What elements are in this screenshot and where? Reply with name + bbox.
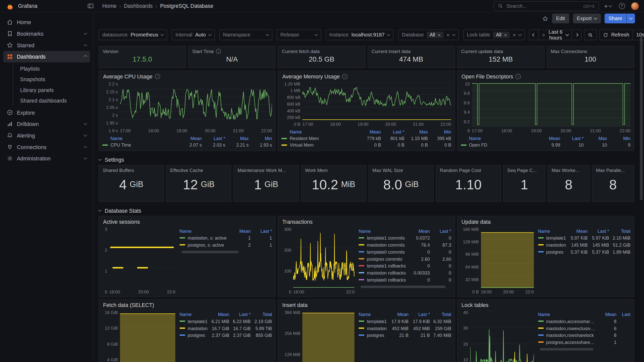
legend-row[interactable]: postgres, s: active 2 1 (179, 241, 272, 248)
chevron-down-icon[interactable] (84, 133, 87, 137)
legend-row[interactable]: mastodon, s: active 1 1 (179, 234, 272, 241)
sidebar-item-administration[interactable]: Administration (3, 153, 90, 164)
panel-header[interactable]: Active sessions (102, 216, 272, 227)
legend-col-max[interactable]: Max (225, 136, 249, 141)
variable-filter[interactable]: Interval Auto (172, 30, 215, 40)
legend-col-last[interactable]: Last * (430, 229, 451, 234)
sidebar-item-bookmarks[interactable]: Bookmarks (3, 28, 90, 39)
update-data-chart[interactable] (481, 227, 534, 288)
sidebar-subitem[interactable]: Library panels (13, 84, 90, 95)
cpu-usage-chart[interactable] (120, 82, 272, 127)
section-database-stats[interactable]: Database Stats (99, 207, 634, 214)
open-fd-chart[interactable] (472, 82, 630, 127)
scrollbar-thumb[interactable] (540, 348, 593, 350)
legend-col-last[interactable]: Last * (251, 229, 272, 234)
legend-row[interactable]: CPU Time 2.07 s 2.03 s 2.21 s 1.93 s (102, 142, 272, 148)
legend-col-max[interactable]: Max (405, 129, 428, 134)
legend-col-name[interactable]: Name (359, 312, 387, 317)
legend-row[interactable]: postgres 2.37 GiB 2.37 GiB 855 GiB (179, 332, 272, 339)
panel-header[interactable]: Insert data (281, 300, 451, 310)
section-settings[interactable]: Settings (99, 156, 634, 163)
legend-col-name[interactable]: Name (538, 229, 566, 234)
fetch-data-chart[interactable] (120, 310, 175, 362)
legend-row[interactable]: template0 rollbacks 0 0 (359, 276, 451, 283)
panel-header[interactable]: Average CPU Usage i (102, 71, 272, 81)
chevron-down-icon[interactable] (84, 43, 87, 46)
lock-tables-chart[interactable] (470, 310, 534, 362)
sidebar-item-drilldown[interactable]: Drilldown (3, 118, 90, 130)
legend-row[interactable]: Resident Mem 779 kB 801 kB 1.15 MB 395 k… (281, 135, 451, 142)
legend-row[interactable]: mastodon,accesssharelock 8 (538, 318, 630, 325)
legend-col-last[interactable]: Last * (381, 129, 405, 134)
search-input[interactable]: Search... ctrl+k (494, 1, 599, 11)
legend-col-name[interactable]: Name (102, 136, 179, 141)
legend-row[interactable]: template1 5.97 KiB 5.97 KiB 2.10 MiB (538, 234, 630, 241)
legend-col-total[interactable]: Total (430, 312, 451, 317)
legend-col-mean[interactable]: Mean (178, 136, 202, 141)
legend-row[interactable]: mastodon rollbacks 0.00333 0 (359, 269, 451, 276)
share-menu-button[interactable] (626, 14, 635, 23)
edit-button[interactable]: Edit (552, 14, 569, 23)
legend-row[interactable]: mastodon 452 MiB 452 MiB 159 GiB (359, 325, 451, 332)
filter-chip[interactable]: All × (493, 32, 510, 38)
chevron-down-icon[interactable] (84, 156, 87, 160)
legend-row[interactable]: postgres commits 2.60 2.60 (359, 255, 451, 262)
legend-col-name[interactable]: Name (281, 129, 358, 134)
info-icon[interactable]: i (342, 74, 347, 79)
chevron-down-icon[interactable] (84, 145, 87, 148)
scrollbar-thumb[interactable] (360, 286, 446, 288)
legend-row[interactable]: mastodon,rowexclusivelock 6 (538, 325, 630, 332)
variable-filter[interactable]: Namespace (219, 30, 272, 40)
legend-col-last[interactable]: Last * (202, 136, 225, 141)
clear-all-icon[interactable]: × (513, 32, 516, 37)
chevron-down-icon[interactable] (84, 31, 87, 35)
sidebar-item-alerting[interactable]: Alerting (3, 130, 90, 141)
share-button[interactable]: Share (605, 14, 626, 23)
time-shift-back-button[interactable] (529, 30, 539, 40)
help-button[interactable]: ? (617, 1, 627, 11)
legend-scrollbar[interactable] (179, 251, 272, 254)
filter-chip[interactable]: All × (427, 32, 444, 38)
legend-col-min[interactable]: Min (607, 136, 630, 141)
sidebar-subitem[interactable]: Playlists (13, 63, 90, 74)
chevron-up-icon[interactable] (84, 55, 87, 58)
panel-header[interactable]: Average Memory Usage i (281, 71, 451, 81)
legend-scrollbar[interactable] (359, 286, 451, 288)
grafana-logo[interactable] (5, 1, 15, 11)
panel-header[interactable]: Update data (461, 216, 630, 227)
avatar[interactable] (631, 2, 639, 10)
page-scrollbar[interactable] (640, 37, 643, 200)
legend-row[interactable]: postgres,accesssharelock 1 (538, 339, 630, 346)
legend-row[interactable]: template0 commits 0 0 (359, 248, 451, 255)
sidebar-item-starred[interactable]: Starred (3, 39, 90, 51)
breadcrumb-home[interactable]: Home (102, 3, 117, 9)
variable-filter-multi[interactable]: Lock table All × × (463, 30, 525, 40)
legend-col-last[interactable]: Last (617, 312, 631, 317)
legend-col-mean[interactable]: Mean (566, 229, 588, 234)
legend-row[interactable]: mastodon 16.7 GiB 16.7 GiB 5.89 TiB (179, 325, 272, 332)
insert-data-chart[interactable] (302, 310, 354, 362)
chip-remove-icon[interactable]: × (504, 32, 507, 37)
legend-col-total[interactable]: Total (251, 312, 272, 317)
legend-col-name[interactable]: Name (179, 229, 229, 234)
legend-col-total[interactable]: Total (609, 229, 630, 234)
legend-row[interactable]: template1 commits 0.0372 0 (359, 234, 451, 241)
legend-col-mean[interactable]: Mean (387, 312, 409, 317)
zoom-out-button[interactable] (584, 30, 597, 40)
legend-col-name[interactable]: Name (179, 312, 208, 317)
legend-col-mean[interactable]: Mean (537, 136, 560, 141)
variable-filter[interactable]: Release (277, 30, 321, 40)
memory-usage-chart[interactable] (302, 82, 451, 120)
sidebar-item-connections[interactable]: Connections (3, 141, 90, 153)
sidebar-subitem[interactable]: Shared dashboards (13, 95, 90, 106)
legend-col-min[interactable]: Min (249, 136, 272, 141)
legend-row[interactable]: mastodon 145 MiB 145 MiB 51.2 GiB (538, 241, 630, 248)
export-button[interactable]: Export (573, 14, 601, 23)
legend-col-last[interactable]: Last * (409, 312, 430, 317)
legend-col-last[interactable]: Last * (588, 229, 609, 234)
legend-col-min[interactable]: Min (428, 129, 451, 134)
legend-scrollbar[interactable] (538, 348, 630, 351)
info-icon[interactable]: i (516, 74, 521, 79)
legend-col-name[interactable]: Name (359, 229, 409, 234)
sidebar-item-dashboards[interactable]: Dashboards (3, 51, 90, 62)
